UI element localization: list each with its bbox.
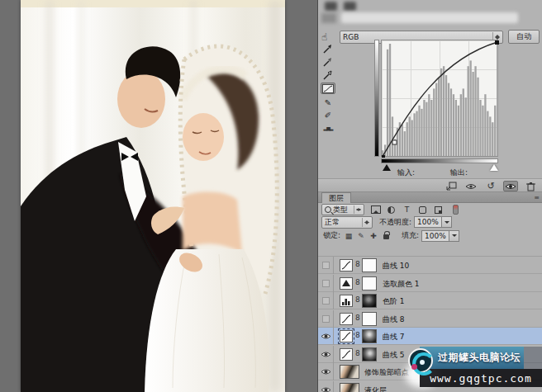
white-point-eyedropper-icon[interactable] [321, 69, 335, 81]
layer-filter-row: 类型 T [318, 204, 542, 215]
clip-to-layer-icon[interactable] [444, 181, 459, 191]
output-label: 输出: [450, 168, 468, 178]
visibility-eye-icon[interactable] [503, 181, 518, 191]
layer-mask-thumbnail[interactable] [362, 294, 377, 308]
layer-mask-thumbnail[interactable] [362, 329, 377, 343]
layer-mask-thumbnail[interactable] [362, 276, 377, 290]
layer-row[interactable]: 8曲线 10 [318, 257, 542, 274]
fill-dropdown-icon[interactable] [449, 230, 459, 242]
pencil-tool-icon[interactable]: ✎ [321, 97, 335, 108]
layer-name[interactable]: 色阶 1 [383, 296, 405, 307]
eye-toggle-empty[interactable] [318, 275, 334, 292]
filter-adjustment-layers-icon[interactable] [385, 205, 397, 215]
lock-label: 锁定: [323, 230, 340, 241]
panel-menu-icon[interactable]: ≡ [534, 194, 540, 201]
tab-layers[interactable]: 图层 [321, 192, 351, 203]
layer-name[interactable]: 选取颜色 1 [383, 279, 420, 290]
output-gradient-bar [374, 40, 379, 157]
adjustment-layer-icon[interactable] [340, 348, 353, 361]
lock-position-icon[interactable]: ✚ [368, 231, 378, 240]
lock-row: 锁定: ▦ ✎ ✚ 填充: 100% [318, 229, 542, 242]
curve-point-shadow[interactable] [382, 155, 385, 158]
wedding-photo-illustration [21, 0, 285, 392]
curve-point-mid[interactable] [392, 140, 397, 144]
blurred-preset-icon [321, 13, 336, 23]
layer-row[interactable]: 8选取颜色 1 [318, 275, 542, 292]
input-label: 输入: [397, 168, 415, 178]
view-previous-state-icon[interactable] [464, 181, 478, 191]
layer-row[interactable]: 8色阶 1 [318, 292, 542, 309]
edit-points-tool-icon[interactable] [321, 83, 335, 94]
opacity-value[interactable]: 100% [414, 216, 442, 228]
layer-name[interactable]: 液化层 [364, 385, 387, 392]
blurred-preset-dropdown [341, 12, 518, 23]
adjustment-layer-icon[interactable] [340, 313, 353, 325]
right-panel: ☝ RGB 自动 ✎ ✐ ▂▅▂ [317, 0, 542, 392]
wedding-photo-canvas [21, 0, 285, 392]
delete-adjustment-icon[interactable] [523, 181, 538, 191]
layer-mask-thumbnail[interactable] [362, 312, 377, 326]
eye-toggle-empty[interactable] [318, 257, 334, 274]
dropdown-stepper-icon [362, 218, 369, 227]
fill-value[interactable]: 100% [421, 230, 449, 242]
channel-select-value: RGB [343, 33, 359, 41]
layer-name[interactable]: 曲线 5 [383, 350, 405, 361]
targeted-adjustment-tool-icon[interactable]: ☝ [321, 31, 336, 44]
blend-mode-select[interactable]: 正常 [321, 216, 373, 229]
eye-toggle-empty[interactable] [318, 292, 334, 309]
eye-icon[interactable] [318, 346, 334, 363]
layer-name[interactable]: 曲线 8 [383, 314, 405, 325]
filter-shape-layers-icon[interactable] [416, 205, 429, 215]
watermark-forum-name: 过期罐头电脑论坛 [438, 351, 521, 365]
histogram [382, 44, 498, 156]
eye-toggle-empty[interactable] [318, 310, 334, 328]
mask-link-icon: 8 [355, 260, 360, 268]
input-output-row: 输入: 输出: [318, 168, 542, 178]
mask-link-icon: 8 [355, 349, 360, 357]
filter-smart-object-icon[interactable] [432, 205, 445, 215]
mask-link-icon: 8 [355, 278, 360, 286]
adjustment-footer: ↺ [318, 178, 542, 192]
histogram-clip-icon: ▂▅▂ [321, 121, 335, 133]
layer-name[interactable]: 曲线 10 [383, 261, 409, 272]
mask-link-icon: 8 [355, 314, 360, 322]
filter-type-layers-icon[interactable]: T [401, 205, 413, 215]
watermark-ghost [524, 347, 542, 369]
opacity-label: 不透明度: [379, 217, 411, 228]
layer-thumbnail[interactable] [340, 365, 359, 379]
layer-mask-thumbnail[interactable] [362, 258, 377, 272]
lock-all-icon[interactable] [381, 231, 391, 240]
adjustment-layer-icon[interactable] [340, 259, 353, 272]
eye-icon[interactable] [318, 381, 334, 392]
filter-type-select[interactable]: 类型 [321, 204, 364, 215]
adjustment-layer-icon[interactable] [340, 277, 353, 290]
eye-icon[interactable] [318, 363, 334, 380]
opacity-dropdown-icon[interactable] [442, 216, 452, 228]
gray-point-eyedropper-icon[interactable] [321, 56, 335, 68]
layer-thumbnail[interactable] [340, 383, 359, 392]
smooth-curve-icon[interactable]: ✐ [321, 109, 335, 120]
watermark-banner: 过期罐头电脑论坛 [420, 347, 524, 369]
layer-row[interactable]: 8曲线 8 [318, 310, 542, 328]
lock-transparency-icon[interactable]: ▦ [344, 231, 354, 240]
filter-toggle-icon[interactable] [453, 205, 459, 215]
layer-name[interactable]: 曲线 7 [383, 332, 405, 342]
watermark-url-strip: www.gqgtpc.com [420, 369, 542, 387]
eye-icon[interactable] [318, 328, 334, 345]
mask-link-icon: 8 [355, 331, 360, 339]
curve-point-highlight[interactable] [495, 40, 499, 45]
layer-row[interactable]: 8曲线 7 [318, 328, 542, 345]
mask-link-icon: 8 [355, 295, 360, 304]
black-point-eyedropper-icon[interactable] [321, 43, 335, 54]
reset-icon[interactable]: ↺ [483, 181, 498, 191]
input-gradient-bar [381, 158, 498, 163]
blurred-header-icon [325, 2, 337, 11]
adjustment-layer-icon[interactable] [340, 295, 353, 307]
lock-pixels-icon[interactable]: ✎ [356, 231, 366, 240]
curves-grid[interactable] [381, 40, 498, 157]
adjustment-layer-icon[interactable] [340, 330, 353, 342]
auto-button[interactable]: 自动 [508, 30, 540, 44]
layer-mask-thumbnail[interactable] [362, 347, 377, 361]
filter-pixel-layers-icon[interactable] [369, 205, 382, 215]
layer-name[interactable]: 修饰脸部暗点 [364, 367, 409, 378]
